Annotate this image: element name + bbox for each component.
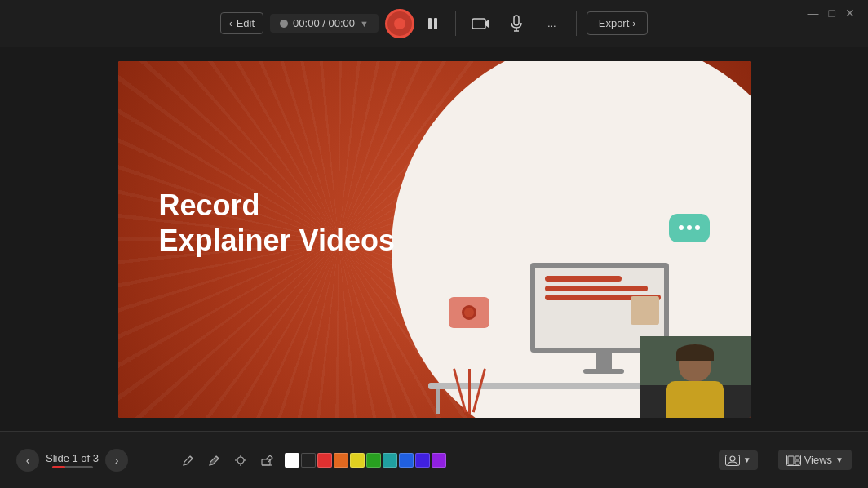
webcam-feed (640, 336, 751, 418)
svg-point-14 (730, 456, 735, 461)
svg-rect-2 (514, 16, 519, 25)
more-options-button[interactable]: ... (538, 13, 566, 33)
camera-body (449, 297, 489, 328)
eraser-tool[interactable] (255, 449, 278, 472)
more-icon: ... (547, 17, 556, 29)
color-palette (285, 453, 446, 468)
svg-point-7 (237, 457, 244, 464)
svg-rect-17 (788, 456, 794, 464)
tripod-leg-mid (468, 369, 471, 414)
pen-tool-1[interactable] (177, 449, 200, 472)
views-button[interactable]: Views ▼ (778, 450, 852, 470)
top-toolbar: ‹ Edit 00:00 / 00:00 ▼ ... (0, 0, 868, 47)
slide-navigation: ‹ Slide 1 of 3 › (16, 449, 128, 472)
edit-button[interactable]: ‹ Edit (220, 12, 264, 34)
next-slide-button[interactable]: › (105, 449, 128, 472)
timer-display: 00:00 / 00:00 (293, 17, 355, 29)
bottom-toolbar: ‹ Slide 1 of 3 › (0, 431, 868, 488)
separator-1 (455, 11, 456, 36)
svg-rect-18 (795, 456, 799, 459)
laser-icon (234, 454, 247, 467)
chat-bubble (669, 214, 710, 242)
color-swatch-blue[interactable] (399, 453, 414, 468)
camera-view-dropdown: ▼ (743, 455, 751, 464)
laser-tool[interactable] (229, 449, 252, 472)
drawing-tools (177, 449, 278, 472)
monitor-base (583, 369, 624, 374)
main-content: RecordExplainer Videos (0, 47, 868, 431)
views-dropdown-icon: ▼ (835, 455, 844, 464)
color-swatch-teal[interactable] (383, 453, 397, 468)
separator-2 (576, 11, 577, 36)
screen-person (631, 296, 659, 325)
pause-button[interactable] (421, 11, 445, 36)
screen-line-1 (545, 276, 622, 282)
bottom-right-tools: ▼ Views ▼ (719, 448, 852, 472)
separator-3 (768, 448, 768, 472)
chevron-left-icon: ‹ (229, 18, 232, 29)
desk-illustration (428, 383, 665, 389)
svg-rect-19 (795, 461, 799, 464)
slide-progress (52, 466, 93, 468)
tripod-legs (449, 328, 489, 373)
color-swatch-yellow[interactable] (350, 453, 365, 468)
color-swatch-orange[interactable] (334, 453, 348, 468)
color-swatch-red[interactable] (317, 453, 332, 468)
color-swatch-green[interactable] (366, 453, 381, 468)
slide-text-area: RecordExplainer Videos (159, 188, 395, 258)
timer-expand-icon: ▼ (360, 19, 369, 29)
window-controls: — □ ✕ (808, 7, 855, 20)
pen-icon-1 (182, 454, 195, 467)
monitor-stand (596, 353, 612, 369)
export-label: Export (599, 17, 630, 29)
screen-line-2 (545, 286, 648, 291)
person-circle-icon (725, 455, 740, 466)
timer-dot-icon (280, 20, 288, 28)
eraser-icon (260, 454, 273, 467)
microphone-toggle-button[interactable] (502, 9, 531, 38)
person-hair (676, 344, 714, 361)
person-silhouette (666, 344, 724, 418)
record-icon (394, 18, 405, 29)
svg-line-5 (190, 456, 193, 459)
chevron-right-icon: › (632, 18, 636, 29)
views-label: Views (804, 454, 832, 466)
color-swatch-black[interactable] (301, 453, 316, 468)
svg-rect-0 (472, 19, 485, 29)
close-button[interactable]: ✕ (845, 7, 855, 20)
export-button[interactable]: Export › (587, 11, 649, 35)
pen-tool-2[interactable] (203, 449, 226, 472)
pen-icon-2 (208, 454, 221, 467)
camera-tripod (449, 297, 489, 373)
desk-leg-left (436, 389, 440, 414)
tripod-leg-left (453, 368, 467, 412)
person-body (666, 381, 724, 418)
timer-area: 00:00 / 00:00 ▼ (270, 14, 379, 33)
camera-icon (472, 16, 489, 31)
slide-indicator: Slide 1 of 3 (46, 452, 99, 464)
chat-dot-1 (679, 225, 684, 230)
slide-nav-info: Slide 1 of 3 (46, 452, 99, 468)
camera-toggle-button[interactable] (466, 9, 495, 38)
pause-bar-left (428, 18, 432, 29)
slide-container: RecordExplainer Videos (118, 61, 751, 418)
person-head (679, 344, 711, 381)
views-icon (786, 455, 801, 466)
record-button[interactable] (385, 9, 414, 38)
camera-lens (462, 305, 476, 320)
color-swatch-purple[interactable] (432, 453, 446, 468)
prev-slide-button[interactable]: ‹ (16, 449, 39, 472)
minimize-button[interactable]: — (808, 7, 819, 20)
chat-dot-2 (687, 225, 692, 230)
edit-label: Edit (237, 17, 255, 29)
color-swatch-indigo[interactable] (415, 453, 430, 468)
color-swatch-white[interactable] (285, 453, 299, 468)
chat-dot-3 (695, 225, 700, 230)
slide-title: RecordExplainer Videos (159, 188, 395, 258)
svg-rect-12 (262, 459, 270, 465)
microphone-icon (510, 15, 523, 33)
slide-progress-fill (52, 466, 66, 468)
pause-bar-right (434, 18, 437, 29)
camera-view-button[interactable]: ▼ (719, 450, 758, 470)
maximize-button[interactable]: □ (829, 7, 835, 20)
